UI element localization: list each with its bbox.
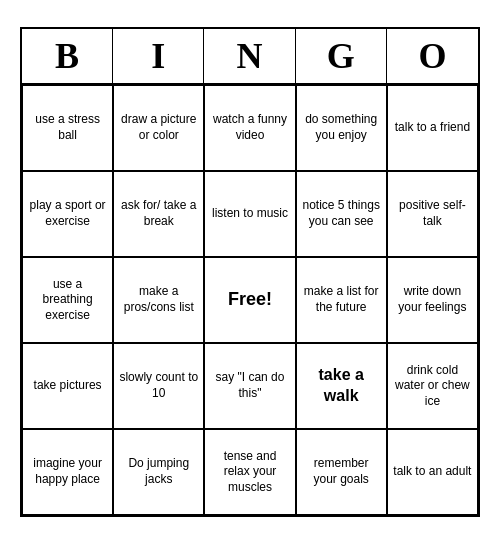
bingo-cell-7: listen to music (204, 171, 295, 257)
bingo-cell-2: watch a funny video (204, 85, 295, 171)
header-letter-G: G (296, 29, 387, 83)
bingo-cell-24: talk to an adult (387, 429, 478, 515)
bingo-cell-0: use a stress ball (22, 85, 113, 171)
bingo-cell-1: draw a picture or color (113, 85, 204, 171)
bingo-cell-6: ask for/ take a break (113, 171, 204, 257)
bingo-cell-14: write down your feelings (387, 257, 478, 343)
header-letter-I: I (113, 29, 204, 83)
bingo-cell-4: talk to a friend (387, 85, 478, 171)
bingo-cell-22: tense and relax your muscles (204, 429, 295, 515)
bingo-cell-8: notice 5 things you can see (296, 171, 387, 257)
bingo-cell-5: play a sport or exercise (22, 171, 113, 257)
bingo-cell-16: slowly count to 10 (113, 343, 204, 429)
bingo-cell-15: take pictures (22, 343, 113, 429)
bingo-cell-23: remember your goals (296, 429, 387, 515)
bingo-card: BINGO use a stress balldraw a picture or… (20, 27, 480, 517)
bingo-cell-3: do something you enjoy (296, 85, 387, 171)
bingo-cell-12: Free! (204, 257, 295, 343)
bingo-cell-19: drink cold water or chew ice (387, 343, 478, 429)
bingo-cell-10: use a breathing exercise (22, 257, 113, 343)
bingo-header: BINGO (22, 29, 478, 85)
header-letter-B: B (22, 29, 113, 83)
header-letter-O: O (387, 29, 478, 83)
bingo-cell-20: imagine your happy place (22, 429, 113, 515)
bingo-cell-21: Do jumping jacks (113, 429, 204, 515)
bingo-cell-18: take a walk (296, 343, 387, 429)
bingo-cell-17: say "I can do this" (204, 343, 295, 429)
bingo-cell-9: positive self-talk (387, 171, 478, 257)
bingo-grid: use a stress balldraw a picture or color… (22, 85, 478, 515)
header-letter-N: N (204, 29, 295, 83)
bingo-cell-13: make a list for the future (296, 257, 387, 343)
bingo-cell-11: make a pros/cons list (113, 257, 204, 343)
